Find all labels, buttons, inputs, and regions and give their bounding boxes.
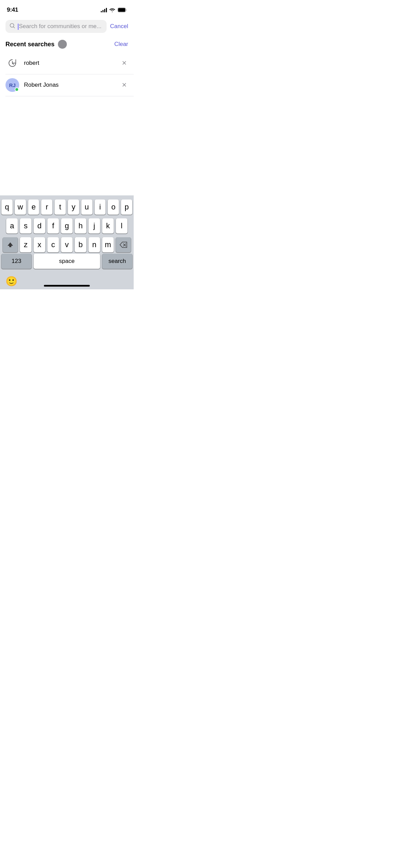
- key-a[interactable]: a: [6, 218, 18, 233]
- svg-line-3: [13, 27, 15, 28]
- key-x[interactable]: x: [34, 237, 45, 252]
- key-row-bottom: 123 space search: [0, 254, 134, 272]
- key-c[interactable]: c: [47, 237, 59, 252]
- search-icon: [10, 23, 15, 30]
- key-y[interactable]: y: [68, 200, 79, 215]
- key-i[interactable]: i: [95, 200, 106, 215]
- clear-button[interactable]: Clear: [114, 41, 128, 48]
- recent-search-label-0: robert: [24, 60, 116, 67]
- avatar-initials: RJ: [9, 82, 15, 88]
- key-h[interactable]: h: [75, 218, 86, 233]
- key-shift[interactable]: [3, 237, 18, 252]
- key-v[interactable]: v: [61, 237, 73, 252]
- numbers-label: 123: [12, 258, 21, 265]
- key-q[interactable]: q: [1, 200, 13, 215]
- key-u[interactable]: u: [81, 200, 93, 215]
- search-input[interactable]: Search for communities or me...: [18, 23, 102, 30]
- search-bar[interactable]: Search for communities or me...: [5, 20, 107, 33]
- history-icon-container: [5, 56, 19, 70]
- return-label: search: [108, 258, 126, 265]
- search-placeholder: Search for communities or me...: [19, 23, 101, 29]
- signal-icon: [101, 8, 107, 12]
- search-header: Search for communities or me... Cancel: [0, 17, 134, 36]
- home-indicator: [44, 285, 90, 287]
- svg-rect-1: [118, 8, 125, 12]
- status-bar: 9:41: [0, 0, 134, 17]
- battery-icon: [118, 8, 127, 12]
- recent-search-item-1[interactable]: RJ Robert Jonas ✕: [0, 74, 134, 96]
- dot-indicator: [58, 40, 67, 49]
- keyboard-bottom-bar: 🙂: [0, 272, 134, 289]
- main-content: [0, 96, 134, 165]
- space-label: space: [59, 258, 74, 265]
- key-delete[interactable]: [116, 237, 131, 252]
- status-icons: [101, 8, 127, 12]
- keyboard: q w e r t y u i o p a s d f g h j k l: [0, 195, 134, 289]
- key-r[interactable]: r: [41, 200, 52, 215]
- key-e[interactable]: e: [28, 200, 39, 215]
- history-icon: [8, 59, 17, 68]
- key-m[interactable]: m: [102, 237, 114, 252]
- key-row-1: q w e r t y u i o p: [1, 200, 132, 215]
- online-indicator: [15, 87, 19, 92]
- key-o[interactable]: o: [108, 200, 119, 215]
- key-g[interactable]: g: [61, 218, 73, 233]
- wifi-icon: [109, 8, 115, 12]
- avatar-container: RJ: [5, 78, 19, 92]
- recent-title-row: Recent searches: [5, 40, 67, 49]
- cursor: [18, 24, 19, 30]
- key-t[interactable]: t: [54, 200, 66, 215]
- key-b[interactable]: b: [75, 237, 86, 252]
- dismiss-button-0[interactable]: ✕: [120, 58, 128, 68]
- key-row-2: a s d f g h j k l: [1, 218, 132, 233]
- key-space[interactable]: space: [34, 254, 100, 269]
- key-w[interactable]: w: [15, 200, 26, 215]
- recent-search-item-0[interactable]: robert ✕: [0, 52, 134, 74]
- key-n[interactable]: n: [88, 237, 100, 252]
- key-j[interactable]: j: [88, 218, 100, 233]
- cancel-button[interactable]: Cancel: [110, 22, 128, 31]
- recent-searches-header: Recent searches Clear: [0, 36, 134, 52]
- key-numbers[interactable]: 123: [1, 254, 32, 269]
- keyboard-rows: q w e r t y u i o p a s d f g h j k l: [0, 195, 134, 254]
- key-row-3: z x c v b n m: [1, 237, 132, 252]
- key-return[interactable]: search: [102, 254, 132, 269]
- emoji-button[interactable]: 🙂: [5, 276, 17, 287]
- key-l[interactable]: l: [116, 218, 127, 233]
- key-f[interactable]: f: [47, 218, 59, 233]
- recent-searches-title: Recent searches: [5, 41, 54, 48]
- key-k[interactable]: k: [102, 218, 114, 233]
- status-time: 9:41: [7, 7, 18, 13]
- key-s[interactable]: s: [20, 218, 32, 233]
- key-d[interactable]: d: [34, 218, 45, 233]
- recent-search-label-1: Robert Jonas: [24, 82, 116, 88]
- dismiss-button-1[interactable]: ✕: [120, 80, 128, 90]
- key-z[interactable]: z: [20, 237, 32, 252]
- key-p[interactable]: p: [121, 200, 132, 215]
